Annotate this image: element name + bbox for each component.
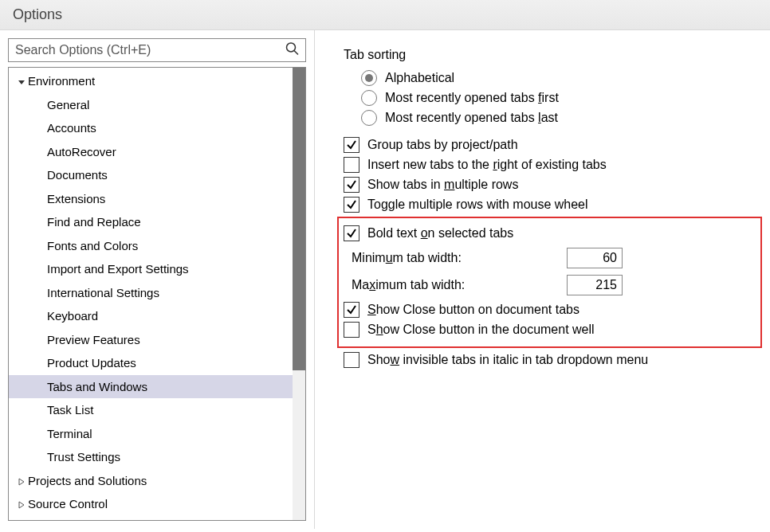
chevron-right-icon <box>15 494 28 514</box>
radio-recent-first[interactable]: Most recently opened tabs first <box>361 90 756 106</box>
tree-item-preview[interactable]: Preview Features <box>9 328 305 352</box>
tree-item-extensions[interactable]: Extensions <box>9 187 305 211</box>
check-label: Group tabs by project/path <box>367 138 518 152</box>
checkbox-icon <box>344 177 359 193</box>
tree-item-trust[interactable]: Trust Settings <box>9 445 305 469</box>
tree-item-fonts-colors[interactable]: Fonts and Colors <box>9 234 305 258</box>
chevron-right-icon <box>15 518 28 522</box>
chevron-down-icon <box>15 71 28 92</box>
max-tab-width-row: Maximum tab width: <box>352 275 756 295</box>
checkbox-icon <box>344 352 359 368</box>
tab-sorting-group: Alphabetical Most recently opened tabs f… <box>361 70 756 126</box>
check-insert-right[interactable]: Insert new tabs to the right of existing… <box>344 157 756 173</box>
highlight-box: Bold text on selected tabs Minimum tab w… <box>337 217 762 348</box>
check-group-tabs[interactable]: Group tabs by project/path <box>344 137 756 153</box>
check-label: Show Close button on document tabs <box>367 303 579 317</box>
check-block: Group tabs by project/path Insert new ta… <box>344 137 756 368</box>
check-invisible-italic[interactable]: Show invisible tabs in italic in tab dro… <box>344 352 756 368</box>
check-label: Show Close button in the document well <box>367 323 595 337</box>
tree-item-task-list[interactable]: Task List <box>9 398 305 422</box>
tree-label: Environment <box>28 71 95 92</box>
radio-alphabetical[interactable]: Alphabetical <box>361 70 756 86</box>
tree-root-source-control[interactable]: Source Control <box>9 492 305 516</box>
search-input[interactable] <box>8 38 306 62</box>
radio-recent-last[interactable]: Most recently opened tabs last <box>361 110 756 126</box>
check-label: Show tabs in multiple rows <box>367 178 518 192</box>
tree-item-import-export[interactable]: Import and Export Settings <box>9 257 305 281</box>
checkbox-icon <box>344 225 359 241</box>
tree-item-autorecover[interactable]: AutoRecover <box>9 140 305 164</box>
max-width-input[interactable] <box>567 275 623 295</box>
radio-label: Alphabetical <box>385 71 454 85</box>
tab-sorting-heading: Tab sorting <box>344 48 756 62</box>
radio-label: Most recently opened tabs first <box>385 91 559 105</box>
min-tab-width-row: Minimum tab width: <box>352 248 756 268</box>
checkbox-icon <box>344 157 359 173</box>
tree-item-documents[interactable]: Documents <box>9 163 305 187</box>
tree-root-projects[interactable]: Projects and Solutions <box>9 469 305 493</box>
check-multi-rows[interactable]: Show tabs in multiple rows <box>344 177 756 193</box>
checkbox-icon <box>344 137 359 153</box>
category-tree[interactable]: Environment General Accounts AutoRecover… <box>8 67 306 521</box>
search-wrap <box>8 38 306 62</box>
radio-icon <box>361 70 377 86</box>
scrollbar-thumb[interactable] <box>293 68 305 370</box>
tree-item-international[interactable]: International Settings <box>9 281 305 305</box>
min-width-label: Minimum tab width: <box>352 251 567 265</box>
window-title: Options <box>0 0 770 30</box>
scrollbar-track[interactable] <box>293 68 305 520</box>
check-label: Toggle multiple rows with mouse wheel <box>367 198 588 212</box>
tree-item-general[interactable]: General <box>9 93 305 117</box>
tree-root-environment[interactable]: Environment <box>9 69 305 93</box>
check-label: Bold text on selected tabs <box>367 226 513 241</box>
tree-item-product-updates[interactable]: Product Updates <box>9 351 305 375</box>
check-label: Insert new tabs to the right of existing… <box>367 158 607 172</box>
checkbox-icon <box>344 302 359 318</box>
left-column: Environment General Accounts AutoRecover… <box>0 30 315 529</box>
tree-root-work-items[interactable]: Work Items <box>9 516 305 522</box>
check-toggle-wheel[interactable]: Toggle multiple rows with mouse wheel <box>344 197 756 213</box>
dialog-content: Environment General Accounts AutoRecover… <box>0 30 770 529</box>
check-label: Show invisible tabs in italic in tab dro… <box>367 353 648 367</box>
tree-item-accounts[interactable]: Accounts <box>9 116 305 140</box>
check-close-in-well[interactable]: Show Close button in the document well <box>344 322 756 338</box>
max-width-label: Maximum tab width: <box>352 278 567 292</box>
min-width-input[interactable] <box>567 248 623 268</box>
tree-item-find-replace[interactable]: Find and Replace <box>9 210 305 234</box>
chevron-right-icon <box>15 471 28 491</box>
tree-item-keyboard[interactable]: Keyboard <box>9 304 305 328</box>
check-close-on-tabs[interactable]: Show Close button on document tabs <box>344 302 756 318</box>
settings-panel: Tab sorting Alphabetical Most recently o… <box>315 30 770 529</box>
check-bold-selected[interactable]: Bold text on selected tabs <box>344 225 756 241</box>
tree-item-tabs-windows[interactable]: Tabs and Windows <box>9 375 305 399</box>
tree-item-terminal[interactable]: Terminal <box>9 422 305 446</box>
checkbox-icon <box>344 322 359 338</box>
radio-icon <box>361 90 377 106</box>
checkbox-icon <box>344 197 359 213</box>
radio-icon <box>361 110 377 126</box>
radio-label: Most recently opened tabs last <box>385 111 558 125</box>
